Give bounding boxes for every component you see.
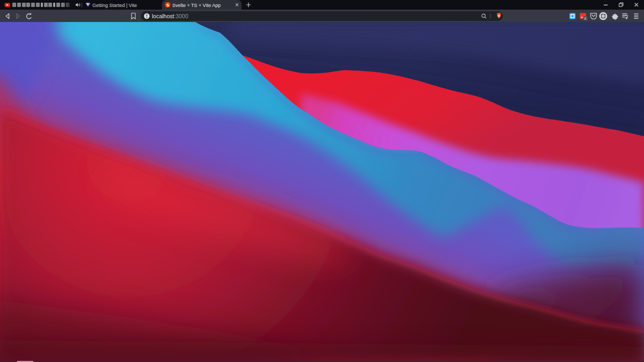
svg-text:6: 6 (584, 17, 587, 20)
